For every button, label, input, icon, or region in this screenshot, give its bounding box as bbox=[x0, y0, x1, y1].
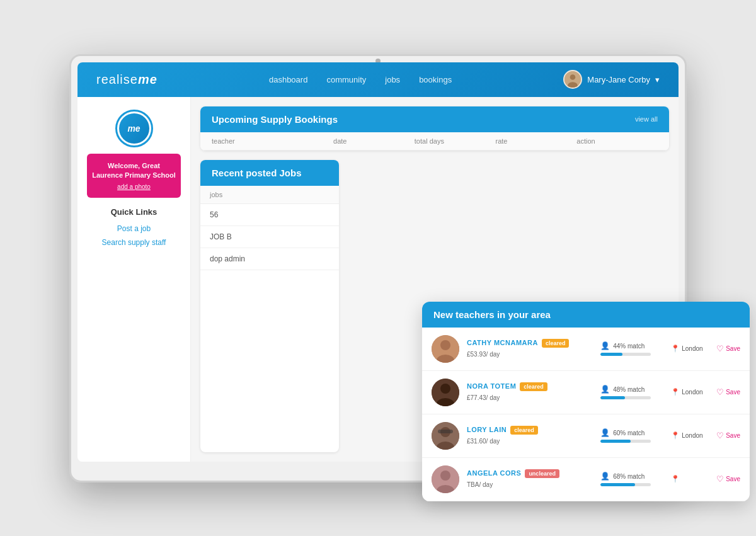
match-row-angela: 👤 68% match bbox=[600, 472, 644, 481]
teacher-rate-cathy: £53.93/ day bbox=[467, 351, 500, 358]
location-lory: 📍 London bbox=[671, 431, 709, 440]
jobs-col-header: jobs bbox=[200, 186, 339, 204]
cleared-badge-cathy: cleared bbox=[542, 339, 570, 348]
match-bar-bg-nora bbox=[600, 396, 651, 399]
left-sidebar: me Welcome, Great Laurence Primary Schoo… bbox=[77, 97, 191, 462]
welcome-box: Welcome, Great Laurence Primary School a… bbox=[87, 154, 181, 198]
nav-community[interactable]: community bbox=[326, 75, 366, 84]
logo-inner: me bbox=[119, 113, 149, 144]
location-icon: 📍 bbox=[671, 345, 680, 353]
teacher-rate-nora: £77.43/ day bbox=[467, 394, 500, 401]
person-icon: 👤 bbox=[600, 428, 610, 437]
match-area-cathy: 👤 44% match bbox=[600, 341, 663, 356]
quick-links-title: Quick Links bbox=[111, 207, 158, 217]
match-row-cathy: 👤 44% match bbox=[600, 341, 644, 350]
teacher-rate-lory: £31.60/ day bbox=[467, 438, 500, 445]
person-icon: 👤 bbox=[600, 341, 610, 350]
save-label: Save bbox=[726, 345, 740, 352]
match-bar-fill-angela bbox=[600, 483, 634, 486]
person-icon: 👤 bbox=[600, 472, 610, 481]
teacher-name-angela: ANGELA CORS bbox=[467, 469, 521, 477]
search-supply-link[interactable]: Search supply staff bbox=[102, 238, 166, 247]
location-icon: 📍 bbox=[671, 431, 680, 440]
col-teacher: teacher bbox=[212, 137, 333, 145]
profile-logo: me bbox=[115, 110, 153, 147]
new-teachers-header: New teachers in your area bbox=[422, 302, 750, 328]
location-text-nora: London bbox=[682, 389, 702, 396]
nav-dashboard[interactable]: dashboard bbox=[269, 75, 307, 84]
recent-jobs-card: Recent posted Jobs jobs 56 JOB B dop adm… bbox=[200, 160, 339, 452]
upcoming-bookings-header: Upcoming Supply Bookings view all bbox=[200, 106, 669, 132]
match-bar-bg-angela bbox=[600, 483, 651, 486]
chevron-down-icon: ▾ bbox=[655, 75, 660, 84]
user-name: Mary-Jane Corby bbox=[587, 75, 650, 84]
location-icon: 📍 bbox=[671, 388, 680, 396]
save-label: Save bbox=[726, 476, 740, 482]
teacher-row-cathy: CATHY MCNAMARA cleared £53.93/ day 👤 44%… bbox=[422, 328, 750, 371]
svg-point-7 bbox=[440, 384, 450, 394]
avatar-lory bbox=[432, 422, 459, 450]
match-area-nora: 👤 48% match bbox=[600, 385, 663, 399]
match-row-nora: 👤 48% match bbox=[600, 385, 644, 394]
location-icon: 📍 bbox=[671, 475, 680, 483]
table-header: teacher date total days rate action bbox=[200, 132, 669, 151]
col-date: date bbox=[333, 137, 415, 145]
cleared-badge-lory: cleared bbox=[510, 426, 538, 435]
heart-icon: ♡ bbox=[716, 474, 724, 484]
new-teachers-title: New teachers in your area bbox=[433, 309, 551, 320]
uncleared-badge-angela: uncleared bbox=[525, 469, 559, 478]
teacher-info-nora: NORA TOTEM cleared £77.43/ day bbox=[467, 382, 593, 402]
location-cathy: 📍 London bbox=[671, 345, 709, 353]
welcome-text: Welcome, Great Laurence Primary School bbox=[92, 161, 176, 181]
save-label: Save bbox=[726, 432, 740, 439]
person-icon: 👤 bbox=[600, 385, 610, 394]
upcoming-bookings-card: Upcoming Supply Bookings view all teache… bbox=[200, 106, 669, 151]
save-angela[interactable]: ♡ Save bbox=[716, 474, 740, 484]
col-rate: rate bbox=[496, 137, 577, 145]
teacher-rate-angela: TBA/ day bbox=[467, 481, 493, 488]
name-badge-nora: NORA TOTEM cleared bbox=[467, 382, 593, 391]
cleared-badge-nora: cleared bbox=[520, 382, 547, 391]
job-row: JOB B bbox=[200, 226, 339, 248]
nav-links: dashboard community jobs bookings bbox=[269, 75, 452, 84]
teacher-row-nora: NORA TOTEM cleared £77.43/ day 👤 48% mat… bbox=[422, 371, 750, 414]
match-bar-bg-lory bbox=[600, 440, 651, 443]
match-area-lory: 👤 60% match bbox=[600, 428, 663, 443]
match-bar-fill-cathy bbox=[600, 353, 622, 356]
avatar-cathy bbox=[432, 335, 459, 363]
svg-point-14 bbox=[440, 470, 450, 481]
match-bar-bg-cathy bbox=[600, 353, 651, 356]
avatar bbox=[563, 70, 582, 89]
teacher-name-lory: LORY LAIN bbox=[467, 426, 507, 433]
match-text-angela: 68% match bbox=[613, 473, 644, 480]
post-job-link[interactable]: Post a job bbox=[117, 224, 151, 233]
add-photo-link[interactable]: add a photo bbox=[92, 183, 176, 190]
app-header: realiseme dashboard community jobs booki… bbox=[77, 62, 679, 97]
job-row: 56 bbox=[200, 204, 339, 226]
heart-icon: ♡ bbox=[716, 344, 724, 353]
location-text-lory: London bbox=[682, 432, 702, 439]
nav-bookings[interactable]: bookings bbox=[419, 75, 452, 84]
teacher-name-cathy: CATHY MCNAMARA bbox=[467, 339, 538, 346]
col-total-days: total days bbox=[415, 137, 496, 145]
location-angela: 📍 bbox=[671, 475, 709, 483]
match-bar-fill-lory bbox=[600, 440, 631, 443]
match-text-nora: 48% match bbox=[613, 386, 644, 393]
user-menu[interactable]: Mary-Jane Corby ▾ bbox=[563, 70, 660, 89]
match-text-cathy: 44% match bbox=[613, 343, 644, 350]
teacher-row-lory: LORY LAIN cleared £31.60/ day 👤 60% matc… bbox=[422, 414, 750, 458]
match-text-lory: 60% match bbox=[613, 430, 644, 436]
teacher-info-lory: LORY LAIN cleared £31.60/ day bbox=[467, 426, 593, 446]
logo-text: realiseme bbox=[96, 72, 158, 87]
save-cathy[interactable]: ♡ Save bbox=[716, 344, 740, 353]
svg-rect-12 bbox=[438, 430, 453, 433]
save-lory[interactable]: ♡ Save bbox=[716, 431, 740, 440]
teacher-info-cathy: CATHY MCNAMARA cleared £53.93/ day bbox=[467, 339, 593, 359]
match-row-lory: 👤 60% match bbox=[600, 428, 644, 437]
name-badge-lory: LORY LAIN cleared bbox=[467, 426, 593, 435]
save-label: Save bbox=[726, 389, 740, 396]
heart-icon: ♡ bbox=[716, 431, 724, 440]
view-all-link[interactable]: view all bbox=[635, 115, 658, 123]
nav-jobs[interactable]: jobs bbox=[385, 75, 400, 84]
save-nora[interactable]: ♡ Save bbox=[716, 387, 740, 397]
